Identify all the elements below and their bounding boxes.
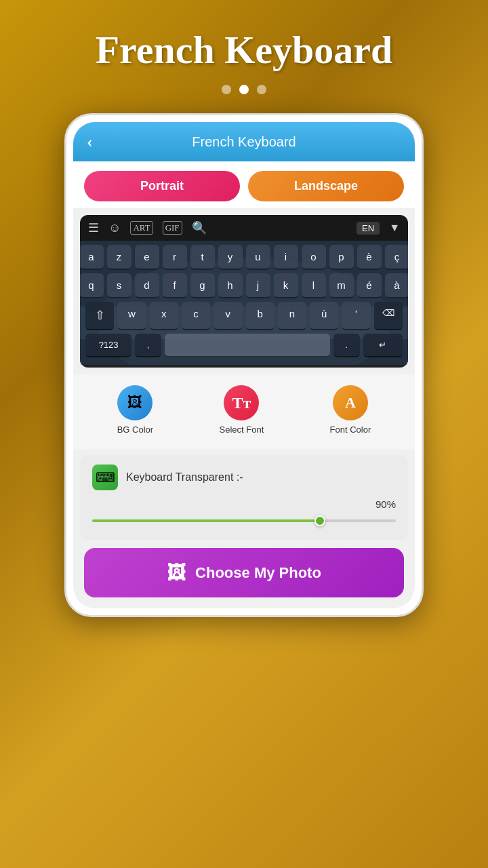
transparent-label: Keyboard Transparent :-	[126, 471, 243, 484]
header-title: French Keyboard	[192, 134, 296, 150]
font-color-control[interactable]: A Font Color	[330, 385, 371, 435]
transparency-slider[interactable]	[92, 514, 396, 528]
key-l[interactable]: l	[302, 273, 326, 298]
bg-color-control[interactable]: 🖼 BG Color	[117, 385, 153, 435]
transparent-row: ⌨ Keyboard Transparent :-	[92, 465, 396, 490]
key-g[interactable]: g	[190, 273, 215, 298]
keyboard-preview: ☰ ☺ ART GIF 🔍 EN ▼ a z e r t y u	[80, 215, 408, 368]
photo-icon: 🖼	[167, 561, 186, 584]
key-k[interactable]: k	[274, 273, 298, 298]
choose-photo-label: Choose My Photo	[195, 564, 321, 582]
key-agrave[interactable]: à	[385, 273, 409, 298]
key-num[interactable]: ?123	[85, 334, 131, 357]
key-h[interactable]: h	[218, 273, 243, 298]
key-e[interactable]: e	[135, 245, 159, 270]
art-icon: ART	[130, 221, 152, 235]
key-b[interactable]: b	[246, 302, 274, 330]
slider-thumb[interactable]	[314, 515, 325, 526]
bg-color-label: BG Color	[117, 425, 153, 435]
tab-portrait[interactable]: Portrait	[84, 171, 240, 201]
slider-fill	[92, 519, 320, 522]
key-row-bottom: ?123 , . ↵	[85, 334, 403, 357]
key-ccedil[interactable]: ç	[385, 245, 409, 270]
key-u[interactable]: u	[246, 245, 270, 270]
controls-row: 🖼 BG Color Tт Select Font A Font Color	[84, 385, 404, 435]
key-y[interactable]: y	[218, 245, 243, 270]
dot-3	[257, 85, 266, 94]
back-button[interactable]: ‹	[87, 132, 93, 152]
phone-container: ‹ French Keyboard Portrait Landscape ☰ ☺…	[64, 113, 424, 617]
transparent-icon: ⌨	[92, 465, 118, 490]
key-d[interactable]: d	[135, 273, 159, 298]
phone-inner: ‹ French Keyboard Portrait Landscape ☰ ☺…	[73, 122, 415, 608]
key-p[interactable]: p	[329, 245, 354, 270]
choose-photo-button[interactable]: 🖼 Choose My Photo	[84, 548, 404, 597]
tab-landscape[interactable]: Landscape	[248, 171, 404, 201]
dots-indicator	[0, 85, 488, 94]
select-font-label: Select Font	[219, 425, 264, 435]
key-period[interactable]: .	[333, 334, 360, 357]
app-header: ‹ French Keyboard	[73, 122, 415, 161]
key-enter[interactable]: ↵	[363, 334, 403, 357]
key-f[interactable]: f	[163, 273, 187, 298]
menu-icon: ☰	[88, 220, 99, 235]
key-m[interactable]: m	[329, 273, 354, 298]
key-row-3: ⇧ w x c v b n ù ' ⌫	[85, 302, 403, 330]
select-font-control[interactable]: Tт Select Font	[219, 385, 264, 435]
key-backspace[interactable]: ⌫	[374, 302, 403, 330]
key-o[interactable]: o	[302, 245, 326, 270]
emoji-icon: ☺	[108, 221, 121, 235]
key-v[interactable]: v	[214, 302, 242, 330]
key-r[interactable]: r	[163, 245, 187, 270]
key-x[interactable]: x	[150, 302, 178, 330]
page-title: French Keyboard	[0, 0, 488, 73]
gif-icon: GIF	[163, 221, 182, 235]
search-icon: 🔍	[192, 220, 207, 235]
key-row-2: q s d f g h j k l m é à	[85, 273, 403, 298]
key-w[interactable]: w	[117, 302, 146, 330]
key-egrave[interactable]: è	[357, 245, 382, 270]
percent-label: 90%	[92, 498, 396, 510]
key-n[interactable]: n	[278, 302, 306, 330]
keyboard-toolbar: ☰ ☺ ART GIF 🔍 EN ▼	[80, 215, 408, 241]
dot-2	[239, 85, 249, 94]
key-z[interactable]: z	[107, 245, 131, 270]
key-apostrophe[interactable]: '	[342, 302, 370, 330]
key-comma[interactable]: ,	[135, 334, 161, 357]
font-color-label: Font Color	[330, 425, 371, 435]
key-space[interactable]	[165, 334, 329, 357]
lang-badge: EN	[357, 222, 380, 235]
chevron-down-icon: ▼	[389, 222, 400, 234]
key-ugrave[interactable]: ù	[310, 302, 338, 330]
select-font-icon: Tт	[224, 385, 259, 420]
key-j[interactable]: j	[246, 273, 270, 298]
key-i[interactable]: i	[274, 245, 298, 270]
key-s[interactable]: s	[107, 273, 131, 298]
key-row-1: a z e r t y u i o p è ç	[85, 245, 403, 270]
key-q[interactable]: q	[80, 273, 104, 298]
transparent-section: ⌨ Keyboard Transparent :- 90%	[80, 455, 408, 540]
key-eacute[interactable]: é	[357, 273, 382, 298]
key-c[interactable]: c	[182, 302, 210, 330]
controls-section: 🖼 BG Color Tт Select Font A Font Color	[73, 374, 415, 450]
key-shift[interactable]: ⇧	[85, 302, 114, 330]
tabs-bar: Portrait Landscape	[73, 161, 415, 208]
font-color-icon: A	[333, 385, 368, 420]
keyboard-keys: a z e r t y u i o p è ç q s d	[80, 241, 408, 365]
bg-color-icon: 🖼	[117, 385, 152, 420]
key-a[interactable]: a	[80, 245, 104, 270]
dot-1	[222, 85, 231, 94]
key-t[interactable]: t	[190, 245, 215, 270]
